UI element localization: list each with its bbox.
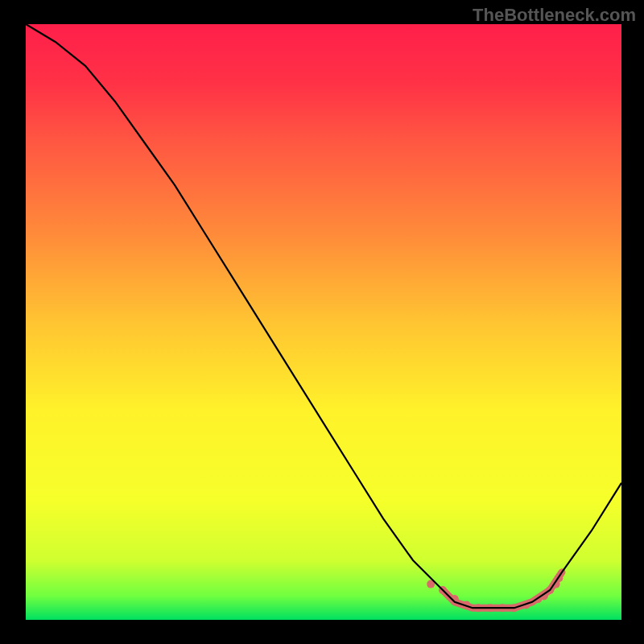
chart-container: TheBottleneck.com bbox=[0, 0, 644, 644]
chart-gradient-area bbox=[26, 24, 621, 620]
watermark-text: TheBottleneck.com bbox=[473, 5, 636, 26]
bottleneck-chart bbox=[0, 0, 644, 644]
